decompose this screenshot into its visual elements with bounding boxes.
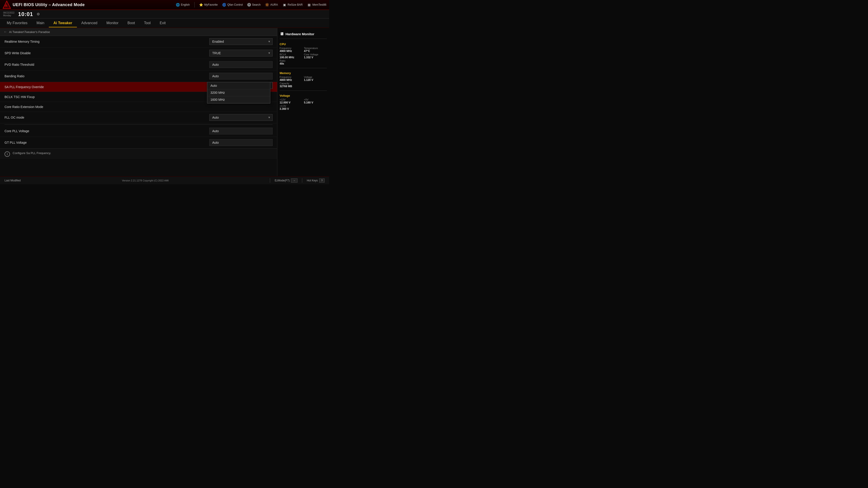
fan-icon: 🌀 <box>222 3 226 7</box>
pvd-ratio-threshold-control[interactable]: Auto <box>209 61 273 68</box>
cpu-frequency-label: Frequency <box>280 47 303 50</box>
toolbar-myfavorite[interactable]: ⭐ MyFavorite <box>199 3 218 7</box>
ezmode-button[interactable]: EzMode(F7) → <box>275 178 298 183</box>
realtime-memory-timing-dropdown[interactable]: Enabled ▼ <box>209 38 273 45</box>
content-area: ← Ai Tweaker\Tweaker's Paradise Realtime… <box>0 28 277 176</box>
volt-33v-value: 3.360 V <box>280 107 303 110</box>
spd-write-disable-control[interactable]: TRUE ▼ <box>209 50 273 57</box>
ezmode-icon: → <box>291 178 298 183</box>
voltage-stats: +12V 12.000 V +5V 5.160 V +3.3V 3.360 V <box>280 98 327 110</box>
toolbar-memtest-label: MemTest86 <box>312 3 327 6</box>
fll-oc-mode-control[interactable]: Auto ▼ <box>209 114 273 121</box>
cpu-ratio: Ratio 49x <box>280 59 303 65</box>
app-title: UEFI BIOS Utility – Advanced Mode <box>13 2 85 7</box>
banding-ratio-value: Auto <box>209 73 273 79</box>
toolbar: 🌐 English ⭐ MyFavorite 🌀 Qfan Control ? … <box>176 2 327 7</box>
hw-monitor-title-label: Hardware Monitor <box>285 32 314 36</box>
fll-oc-mode-value: Auto <box>212 116 219 119</box>
info-text: Configure Sa PLL Frequency. <box>13 151 51 156</box>
monitor-icon: 🖥 <box>280 32 284 36</box>
main-layout: ← Ai Tweaker\Tweaker's Paradise Realtime… <box>0 28 329 176</box>
datetime-text: 08/22/2022 Monday <box>3 11 14 17</box>
sa-pll-option-3200[interactable]: 3200 MHz <box>207 89 270 96</box>
sidebar-hw-monitor: 🖥 Hardware Monitor CPU Frequency 4900 MH… <box>277 28 329 176</box>
setting-sa-pll-frequency-override: SA PLL Frequency Override Auto ▼ Auto 32… <box>0 82 277 92</box>
tab-exit[interactable]: Exit <box>155 19 170 27</box>
core-pll-voltage-control[interactable]: Auto <box>209 128 273 134</box>
back-arrow[interactable]: ← <box>4 30 7 34</box>
hotkeys-button[interactable]: Hot Keys ? <box>307 178 324 183</box>
mem-voltage-value: 1.120 V <box>304 78 327 82</box>
setting-gt-pll-voltage: GT PLL Voltage Auto <box>0 137 277 149</box>
fll-oc-mode-label: FLL OC mode <box>4 116 209 119</box>
toolbar-search[interactable]: ? Search <box>247 3 260 6</box>
time-display: 10:01 <box>18 11 33 17</box>
hw-monitor-title: 🖥 Hardware Monitor <box>280 30 327 39</box>
pvd-ratio-threshold-label: PVD Ratio Threshold <box>4 63 209 66</box>
hotkeys-label: Hot Keys <box>307 179 318 182</box>
dropdown-arrow: ▼ <box>268 116 271 119</box>
volt-33v-label: +3.3V <box>280 105 303 107</box>
footer-version: Version 2.21.1278 Copyright (C) 2022 AMI <box>122 179 168 182</box>
banding-ratio-control[interactable]: Auto <box>209 73 273 79</box>
footer: Last Modified Version 2.21.1278 Copyrigh… <box>0 176 329 184</box>
cpu-temperature-value: 47°C <box>304 50 327 53</box>
core-pll-voltage-value: Auto <box>209 128 273 134</box>
cpu-temperature: Temperature 47°C <box>304 47 327 53</box>
tab-main[interactable]: Main <box>32 19 49 27</box>
cpu-stats: Frequency 4900 MHz Temperature 47°C BCLK… <box>280 47 327 65</box>
toolbar-memtest[interactable]: ▦ MemTest86 <box>307 3 327 7</box>
fll-oc-mode-dropdown[interactable]: Auto ▼ <box>209 114 273 121</box>
spd-write-disable-dropdown[interactable]: TRUE ▼ <box>209 50 273 57</box>
toolbar-english[interactable]: 🌐 English <box>176 3 190 7</box>
realtime-memory-timing-control[interactable]: Enabled ▼ <box>209 38 273 45</box>
aura-icon: 🔆 <box>265 3 269 7</box>
gt-pll-voltage-control[interactable]: Auto <box>209 139 273 146</box>
svg-text:R: R <box>5 4 7 7</box>
setting-spd-write-disable: SPD Write Disable TRUE ▼ <box>0 47 277 59</box>
dropdown-arrow: ▼ <box>268 40 271 43</box>
sa-pll-option-auto[interactable]: Auto <box>207 82 270 89</box>
day-value: Monday <box>3 14 14 17</box>
cpu-section-title: CPU <box>280 42 327 46</box>
toolbar-aura-label: AURA <box>270 3 278 6</box>
tab-tool[interactable]: Tool <box>140 19 155 27</box>
spd-write-disable-value: TRUE <box>212 51 221 55</box>
gear-icon[interactable]: ⚙ <box>37 12 40 16</box>
core-pll-voltage-label: Core PLL Voltage <box>4 129 209 133</box>
tab-ai-tweaker[interactable]: Ai Tweaker <box>49 19 76 27</box>
tab-monitor[interactable]: Monitor <box>102 19 123 27</box>
toolbar-resize-label: ReSize BAR <box>287 3 303 6</box>
volt-5v-value: 5.160 V <box>304 101 327 104</box>
toolbar-qfan[interactable]: 🌀 Qfan Control <box>222 3 243 7</box>
info-bar: i Configure Sa PLL Frequency. <box>0 149 277 159</box>
cpu-frequency-value: 4900 MHz <box>280 50 303 53</box>
tab-boot[interactable]: Boot <box>123 19 140 27</box>
volt-5v: +5V 5.160 V <box>304 98 327 104</box>
cpu-ratio-label: Ratio <box>280 59 303 62</box>
gt-pll-voltage-label: GT PLL Voltage <box>4 141 209 144</box>
sa-pll-dropdown-container: Auto ▼ Auto 3200 MHz 1600 MHz <box>207 82 273 89</box>
footer-divider-2 <box>302 178 302 183</box>
realtime-memory-timing-value: Enabled <box>212 40 224 43</box>
memtest-icon: ▦ <box>307 3 311 7</box>
tab-favorites[interactable]: My Favorites <box>2 19 32 27</box>
volt-5v-label: +5V <box>304 98 327 101</box>
resize-icon: ▣ <box>282 3 286 7</box>
mem-capacity-value: 32768 MB <box>280 85 303 88</box>
globe-icon: 🌐 <box>176 3 180 7</box>
toolbar-english-label: English <box>181 3 190 6</box>
toolbar-aura[interactable]: 🔆 AURA <box>265 3 278 7</box>
tab-advanced[interactable]: Advanced <box>77 19 102 27</box>
hotkeys-icon: ? <box>319 178 324 183</box>
cpu-bclk-label: BCLK <box>280 53 303 56</box>
mem-frequency-label: Frequency <box>280 76 303 78</box>
cpu-temperature-label: Temperature <box>304 47 327 50</box>
last-modified-button[interactable]: Last Modified <box>4 179 21 182</box>
breadcrumb-path: Ai Tweaker\Tweaker's Paradise <box>9 30 50 34</box>
toolbar-resize[interactable]: ▣ ReSize BAR <box>282 3 303 7</box>
info-icon: i <box>4 151 10 157</box>
sa-pll-option-1600[interactable]: 1600 MHz <box>207 96 270 103</box>
nav-tabs: My Favorites Main Ai Tweaker Advanced Mo… <box>0 19 329 28</box>
banding-ratio-label: Banding Ratio <box>4 74 209 78</box>
